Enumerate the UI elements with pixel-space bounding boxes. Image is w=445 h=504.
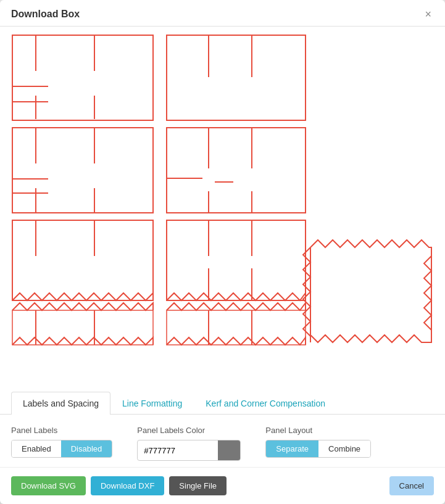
panel-layout-label: Panel Layout [265,426,371,435]
panel-labels-toggle: Enabled Disabled [11,440,112,458]
download-dxf-button[interactable]: Download DXF [91,476,164,495]
svg-rect-10 [12,128,153,213]
svg-rect-7 [167,35,306,120]
footer-left: Download SVG Download DXF Single File [11,476,227,495]
download-box-dialog: Download Box × [0,0,445,504]
download-svg-button[interactable]: Download SVG [11,476,86,495]
svg-rect-0 [12,35,153,120]
panel-canvas [11,34,433,349]
color-swatch-button[interactable] [218,440,240,460]
cancel-button[interactable]: Cancel [389,476,434,495]
panel-layout-separate-btn[interactable]: Separate [266,440,318,457]
tab-kerf-corner[interactable]: Kerf and Corner Compensation [194,392,337,415]
panel-layout-combine-btn[interactable]: Combine [318,440,370,457]
color-text-input[interactable] [138,442,218,459]
svg-rect-17 [167,128,306,213]
panel-labels-color-group: Panel Labels Color [137,426,241,461]
panel-labels-group: Panel Labels Enabled Disabled [11,426,112,458]
dialog-header: Download Box × [0,0,445,27]
panel-labels-color-label: Panel Labels Color [137,426,241,435]
svg-rect-24 [12,220,153,300]
panel-labels-label: Panel Labels [11,426,112,435]
panel-layout-group: Panel Layout Separate Combine [265,426,371,458]
single-file-button[interactable]: Single File [169,476,227,495]
svg-rect-27 [167,220,306,300]
preview-area [0,27,445,391]
footer-area: Download SVG Download DXF Single File Ca… [0,468,445,504]
panel-labels-enabled-btn[interactable]: Enabled [12,440,61,457]
dialog-title: Download Box [11,9,80,20]
close-button[interactable]: × [422,9,434,20]
panel-layout-toggle: Separate Combine [265,440,371,458]
tab-labels-spacing[interactable]: Labels and Spacing [11,392,110,415]
panel-labels-disabled-btn[interactable]: Disabled [61,440,112,457]
settings-area: Panel Labels Enabled Disabled Panel Labe… [0,415,445,468]
tab-line-formatting[interactable]: Line Formatting [110,392,194,415]
svg-rect-32 [12,310,153,345]
tabs-area: Labels and Spacing Line Formatting Kerf … [0,391,445,415]
color-input-group [137,440,241,461]
tabs: Labels and Spacing Line Formatting Kerf … [11,391,434,414]
